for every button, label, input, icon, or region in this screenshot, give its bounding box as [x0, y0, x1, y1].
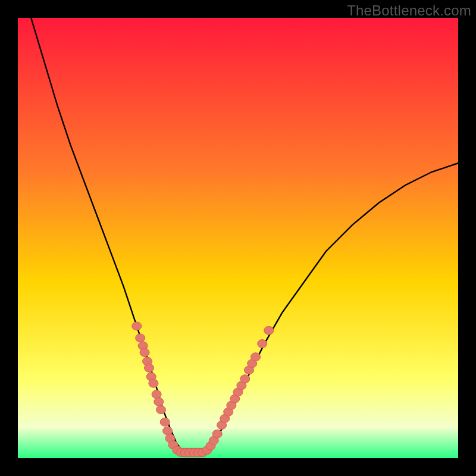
curve-dot	[240, 375, 250, 383]
curve-dot	[163, 427, 173, 435]
curve-dot	[160, 418, 170, 426]
chart-svg	[18, 18, 458, 458]
chart-area	[18, 18, 458, 458]
curve-dot	[152, 390, 161, 399]
curve-dot	[212, 430, 222, 438]
curve-dot	[136, 334, 145, 342]
curve-dot	[132, 322, 142, 330]
curve-dot	[145, 364, 154, 372]
curve-dot	[251, 353, 261, 361]
curve-dot	[156, 406, 166, 414]
curve-dot	[264, 326, 274, 334]
curve-dot	[154, 397, 164, 406]
curve-dot	[149, 379, 158, 387]
curve-dot	[258, 340, 267, 348]
curve-dot	[140, 348, 149, 356]
watermark-text: TheBottleneck.com	[347, 2, 471, 19]
